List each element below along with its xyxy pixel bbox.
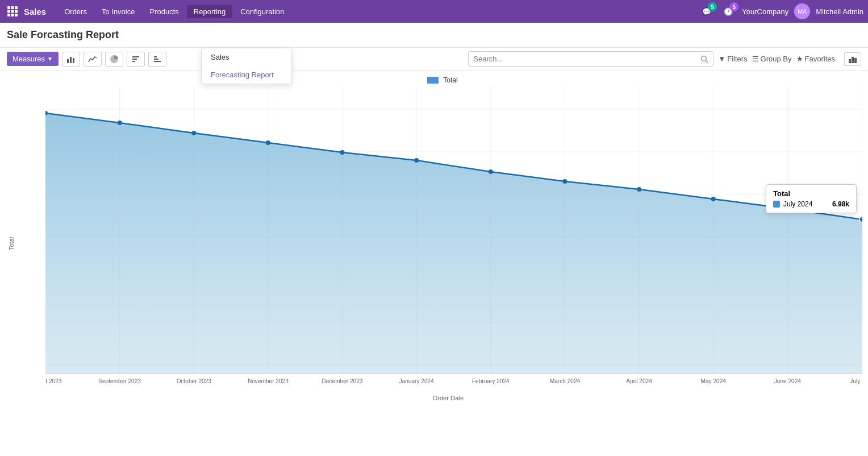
favorites-label: Favorites	[805, 55, 835, 63]
user-avatar[interactable]: MA	[794, 3, 810, 19]
company-name[interactable]: YourCompany	[742, 7, 788, 16]
datapoint-nov-2023	[266, 140, 270, 145]
svg-rect-20	[849, 59, 851, 63]
search-container	[468, 51, 713, 67]
svg-text:April 2024: April 2024	[626, 378, 652, 384]
svg-rect-2	[15, 6, 18, 9]
chart-view-icon	[849, 55, 857, 63]
svg-rect-14	[132, 56, 139, 57]
svg-rect-12	[132, 61, 135, 62]
datapoint-jan-2024	[414, 158, 419, 163]
svg-text:November 2023: November 2023	[248, 378, 289, 384]
measures-button[interactable]: Measures ▼	[7, 52, 59, 66]
legend-label: Total	[443, 76, 457, 84]
datapoint-dec-2023	[340, 150, 344, 155]
x-axis-label: Order Date	[45, 395, 851, 401]
datapoint-apr-2024	[637, 187, 641, 192]
measures-label: Measures	[12, 55, 45, 63]
nav-configuration[interactable]: Configuration	[233, 5, 291, 18]
chart-svg: 0.00 2.00k 4.00k 6.00k 8.00k 10.00k 12.0…	[45, 86, 862, 393]
bar-chart-icon	[66, 55, 76, 64]
y-axis-label: Total	[8, 237, 15, 250]
datapoint-mar-2024	[562, 179, 567, 184]
nav-products[interactable]: Products	[143, 5, 185, 18]
sort-desc-button[interactable]	[148, 52, 166, 67]
chart-legend: Total	[34, 76, 851, 84]
svg-text:January 2024: January 2024	[399, 378, 435, 384]
line-chart-button[interactable]	[84, 52, 102, 67]
svg-text:February 2024: February 2024	[472, 378, 510, 384]
svg-rect-21	[852, 57, 854, 63]
username[interactable]: Mitchell Admin	[816, 7, 863, 16]
svg-rect-4	[11, 10, 14, 13]
chart-tooltip: Total July 2024 6.98k	[766, 184, 857, 213]
svg-rect-8	[15, 14, 18, 16]
activities-button[interactable]: 🕐 5	[720, 3, 736, 19]
svg-rect-9	[67, 59, 69, 63]
svg-rect-13	[132, 59, 137, 60]
svg-rect-5	[15, 10, 18, 13]
favorites-button[interactable]: ★ Favorites	[796, 55, 835, 63]
svg-rect-22	[854, 58, 857, 63]
svg-text:July 2024: July 2024	[850, 378, 862, 384]
datapoint-oct-2023	[191, 131, 196, 135]
svg-rect-16	[154, 59, 158, 60]
svg-line-19	[706, 60, 708, 63]
datapoint-jul-2024	[859, 217, 862, 222]
sort-desc-icon	[153, 55, 162, 64]
sort-asc-button[interactable]	[127, 52, 145, 67]
filters-label: Filters	[727, 55, 747, 63]
line-chart-icon	[88, 55, 97, 64]
tooltip-value: 6.98k	[832, 200, 849, 208]
left-controls: Measures ▼	[7, 52, 166, 67]
page-title: Sale Forcasting Report	[7, 29, 119, 41]
activities-badge: 5	[729, 2, 738, 11]
messages-badge: 5	[708, 2, 717, 11]
groupby-icon: ☰	[752, 55, 759, 63]
svg-text:June 2024: June 2024	[774, 378, 802, 384]
svg-text:March 2024: March 2024	[550, 378, 581, 384]
pie-chart-button[interactable]	[105, 52, 123, 67]
messages-button[interactable]: 💬 5	[699, 3, 715, 19]
filters-button[interactable]: ▼ Filters	[718, 55, 747, 63]
svg-rect-6	[7, 14, 10, 16]
groupby-label: Group By	[761, 55, 792, 63]
svg-rect-3	[7, 10, 10, 13]
svg-text:December 2023: December 2023	[322, 378, 363, 384]
nav-to-invoice[interactable]: To Invoice	[95, 5, 142, 18]
top-navigation: Sales Orders To Invoice Products Reporti…	[0, 0, 868, 23]
nav-reporting[interactable]: Reporting	[187, 5, 232, 18]
svg-rect-0	[7, 6, 10, 9]
svg-rect-1	[11, 6, 14, 9]
datapoint-sep-2023	[118, 121, 122, 125]
svg-rect-10	[70, 57, 72, 63]
controls-bar: Measures ▼	[0, 48, 868, 71]
chart-view-button[interactable]	[844, 52, 861, 66]
svg-text:May 2024: May 2024	[701, 378, 727, 384]
svg-text:October 2023: October 2023	[177, 378, 212, 384]
dropdown-item-sales[interactable]: Sales	[202, 48, 291, 66]
bar-chart-button[interactable]	[62, 52, 80, 67]
groupby-button[interactable]: ☰ Group By	[752, 55, 792, 63]
dropdown-item-forecasting[interactable]: Forecasting Report	[202, 66, 291, 84]
measures-arrow-icon: ▼	[47, 56, 53, 62]
sort-asc-icon	[131, 55, 140, 64]
tooltip-title: Total	[773, 189, 849, 198]
tooltip-date: July 2024	[783, 200, 829, 208]
topnav-right-section: 💬 5 🕐 5 YourCompany MA Mitchell Admin	[699, 3, 863, 19]
apps-menu-button[interactable]	[5, 3, 20, 19]
reporting-dropdown: Sales Forecasting Report	[201, 48, 292, 84]
nav-orders[interactable]: Orders	[57, 5, 94, 18]
right-controls: ▼ Filters ☰ Group By ★ Favorites	[468, 51, 861, 67]
app-brand: Sales	[24, 7, 46, 16]
svg-text:September 2023: September 2023	[98, 378, 141, 384]
svg-text:August 2023: August 2023	[45, 378, 62, 384]
datapoint-may-2024	[711, 197, 716, 201]
tooltip-color-dot	[773, 201, 780, 208]
search-input[interactable]	[473, 55, 700, 63]
star-icon: ★	[796, 55, 803, 63]
svg-rect-17	[154, 61, 161, 62]
chart-container: Total Total 0.00 2.00k 4.00k 6.00k 8.00k	[0, 71, 868, 423]
page-header: Sale Forcasting Report Sales Forecasting…	[0, 23, 868, 48]
pie-chart-icon	[110, 55, 119, 64]
